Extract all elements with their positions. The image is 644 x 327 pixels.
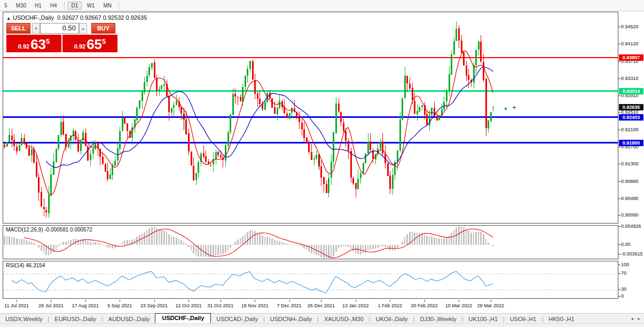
price-axis-tick xyxy=(618,198,621,199)
volume-decrease-button[interactable]: ▼ xyxy=(32,23,40,34)
collapse-icon[interactable]: ▲ xyxy=(6,16,11,21)
chart-tab-usdx-weekly[interactable]: USDX,Weekly xyxy=(0,315,48,323)
price-axis-label: 0.94120 xyxy=(621,41,643,47)
chart-tab-usoil-h1[interactable]: USOil-,H1 xyxy=(505,315,542,323)
timeframe-button-mn[interactable]: MN xyxy=(99,2,115,10)
price-axis-tick xyxy=(618,61,621,62)
date-axis-label: 26 Dec 2021 xyxy=(308,303,335,308)
sell-button[interactable]: SELL xyxy=(6,23,30,34)
macd-axis-label: -0.003615 xyxy=(621,251,643,257)
chart-tab-xauusd-m30[interactable]: XAUUSD-,M30 xyxy=(319,315,369,323)
buy-price-big: 65 xyxy=(87,38,102,51)
date-axis-tick xyxy=(154,300,155,302)
rsi-axis-tick xyxy=(618,265,621,265)
date-axis-tick xyxy=(255,300,255,302)
buy-button[interactable]: BUY xyxy=(91,23,115,34)
chart-tab-ukoil-daily[interactable]: UKOil-,Daily xyxy=(371,315,413,323)
date-axis-label: 29 Mar 2022 xyxy=(477,303,505,308)
date-axis-label: 13 Jan 2022 xyxy=(342,303,369,308)
date-axis-tick xyxy=(189,300,189,302)
timeframe-button-5[interactable]: 5 xyxy=(1,2,11,10)
support-blue2-price-badge: 0.91800 xyxy=(619,140,643,146)
price-axis-tick xyxy=(618,215,621,216)
macd-axis-label: 0.004926 xyxy=(621,224,643,229)
date-axis-label: 31 Oct 2021 xyxy=(207,303,233,308)
chart-tab-usdcad-daily[interactable]: USDCAD-,Daily xyxy=(211,315,263,323)
tab-scroll-right-icon[interactable]: ► xyxy=(637,317,641,321)
chart-tab-audusd-daily[interactable]: AUDUSD-,Daily xyxy=(103,315,155,323)
sell-price-prefix: 0.92 xyxy=(18,43,29,50)
chart-tab-uk100-h1[interactable]: UK100-,H1 xyxy=(464,315,503,323)
volume-increase-button[interactable]: ▲ xyxy=(79,23,87,34)
timeframe-button-m30[interactable]: M30 xyxy=(12,2,30,10)
price-axis-label: 0.93310 xyxy=(621,76,643,82)
timeframe-button-h1[interactable]: H1 xyxy=(31,2,45,10)
object-anchor-mark xyxy=(505,108,507,110)
chart-plot-area[interactable]: MACD(12,26,9) -0.000581 0.000572RSI(14) … xyxy=(3,12,619,299)
date-axis-tick xyxy=(459,300,459,302)
date-axis-label: 11 Jul 2021 xyxy=(4,303,29,308)
price-axis-tick xyxy=(618,95,621,96)
buy-price-pip: 5 xyxy=(102,37,106,45)
ohlc-low: 0.92532 xyxy=(103,14,124,21)
volume-input[interactable]: 0.50 xyxy=(40,23,79,34)
price-axis-label: 0.91300 xyxy=(621,161,643,167)
buy-price-box[interactable]: 0.92 65 5 xyxy=(62,35,117,52)
price-axis-tick xyxy=(618,44,621,44)
date-axis-label: 10 Mar 2022 xyxy=(445,303,473,308)
chart-tab-usdcnh-daily[interactable]: USDCNH-,Daily xyxy=(265,315,317,323)
date-axis-label: 17 Aug 2021 xyxy=(72,303,99,308)
date-axis-tick xyxy=(85,300,86,302)
resistance-price-badge: 0.93807 xyxy=(619,54,643,61)
chevron-up-icon: ▲ xyxy=(81,27,85,30)
rsi-axis-tick xyxy=(618,296,621,297)
chart-tab-dj30-weekly[interactable]: DJ30-,Weekly xyxy=(414,315,461,323)
macd-title: MACD(12,26,9) -0.000581 0.000572 xyxy=(6,227,92,233)
support-green-price-badge: 0.93014 xyxy=(619,88,643,94)
chevron-down-icon: ▼ xyxy=(34,27,38,30)
sell-price-big: 63 xyxy=(30,38,46,51)
support-blue-price-badge: 0.92403 xyxy=(619,114,643,121)
sell-price-box[interactable]: 0.92 63 5 xyxy=(6,35,61,52)
timeframe-button-d1[interactable]: D1 xyxy=(68,2,82,10)
toolbar-separator xyxy=(119,2,119,9)
timeframe-toolbar: 5M30H1H4D1W1MN xyxy=(0,0,644,11)
price-axis-label: 0.90490 xyxy=(621,196,643,202)
macd-axis-label: 0.00 xyxy=(621,242,643,248)
date-axis-label: 20 Feb 2022 xyxy=(411,303,438,308)
rsi-axis-label: 0 xyxy=(621,293,643,299)
chart-symbol-label: USDCHF-,Daily xyxy=(13,14,54,21)
ohlc-open: 0.92627 xyxy=(57,14,78,21)
price-axis-tick xyxy=(618,112,621,113)
date-axis-tick xyxy=(491,300,491,302)
price-axis-tick xyxy=(618,147,621,147)
chart-tab-eurusd-daily[interactable]: EURUSD-,Daily xyxy=(49,315,101,323)
chart-tab-usdchf-daily[interactable]: USDCHF-,Daily xyxy=(155,313,211,323)
rsi-axis-label: 30 xyxy=(621,286,643,292)
chart-tab-hk50-h1[interactable]: HK50-,H1 xyxy=(543,315,579,323)
rsi-axis-tick xyxy=(618,289,621,290)
chart-tab-bar: USDX,Weekly|EURUSD-,Daily|AUDUSD-,DailyU… xyxy=(0,313,644,324)
rsi-axis-label: 70 xyxy=(621,270,643,276)
date-axis-tick xyxy=(51,300,51,302)
date-axis-tick xyxy=(390,300,390,302)
date-axis-label: 7 Dec 2021 xyxy=(277,303,302,308)
tab-scroll-left-icon[interactable]: ◄ xyxy=(630,317,634,321)
rsi-title: RSI(14) 46.3154 xyxy=(6,262,45,268)
timeframe-button-w1[interactable]: W1 xyxy=(83,2,98,10)
rsi-axis-label: 100 xyxy=(621,262,643,268)
price-axis-label: 0.90090 xyxy=(621,212,643,218)
chart-header: ▲USDCHF-,Daily 0.92627 0.92667 0.92532 0… xyxy=(6,14,147,21)
date-axis-tick xyxy=(221,300,221,302)
date-axis-label: 1 Feb 2022 xyxy=(378,303,402,308)
buy-price-prefix: 0.92 xyxy=(74,43,85,50)
date-axis-label: 23 Sep 2021 xyxy=(140,303,168,308)
price-axis-label: 0.90890 xyxy=(621,179,643,185)
date-axis-label: 5 Sep 2021 xyxy=(107,303,132,308)
timeframe-button-h4[interactable]: H4 xyxy=(46,2,61,10)
date-axis-tick xyxy=(120,300,120,302)
ohlc-high: 0.92667 xyxy=(80,14,101,21)
date-axis-tick xyxy=(425,300,425,302)
toolbar-separator xyxy=(64,2,65,9)
macd-axis-tick xyxy=(618,226,621,227)
